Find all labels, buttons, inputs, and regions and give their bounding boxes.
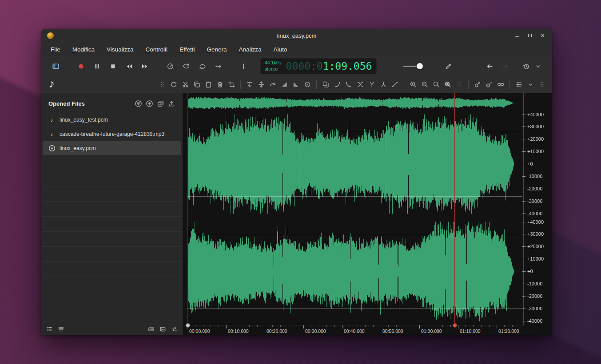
toggle-sidebar-button[interactable]: [50, 60, 61, 72]
thumbnail-view-icon: [159, 326, 166, 332]
scale-label: +0: [527, 161, 533, 166]
fade-out-button[interactable]: [290, 79, 302, 90]
sidebar-footer: [41, 323, 183, 335]
loop-playback-button[interactable]: [180, 60, 192, 72]
ungroup-selection-icon: [486, 81, 493, 88]
minimize-button[interactable]: [512, 31, 522, 40]
scale-label: -40000: [527, 318, 542, 324]
curve-attack-button[interactable]: [331, 79, 343, 90]
copy-to-new-button[interactable]: [320, 79, 331, 90]
add-file-button[interactable]: [144, 98, 155, 109]
dc-offset-button[interactable]: [255, 79, 267, 90]
invert-button[interactable]: [267, 79, 279, 90]
file-info-button[interactable]: [238, 60, 249, 72]
zoom-out-button[interactable]: [419, 79, 430, 90]
split-channels-button[interactable]: [366, 79, 378, 90]
draw-line-button[interactable]: [389, 79, 401, 90]
curve-release-button[interactable]: [343, 79, 354, 90]
zoom-vertical-button[interactable]: [454, 79, 465, 90]
sidebar-title: Opened Files: [48, 100, 133, 107]
waveform-canvas[interactable]: [183, 93, 524, 325]
menu-modifica[interactable]: Modifica: [72, 46, 95, 53]
navigate-back-button[interactable]: [484, 60, 495, 72]
mini-keyboard-button[interactable]: [148, 326, 155, 332]
cut-button[interactable]: [179, 79, 191, 90]
rewind-button[interactable]: [123, 60, 135, 72]
menu-file[interactable]: File: [51, 46, 60, 53]
trim-button[interactable]: [226, 79, 237, 90]
titlebar[interactable]: linux_easy.pcm: [41, 29, 552, 42]
group-selection-button[interactable]: [472, 79, 483, 90]
redo-button[interactable]: [168, 79, 179, 90]
curve-release-icon: [345, 81, 353, 88]
swap-files-icon: [171, 326, 178, 332]
merge-channels-button[interactable]: [378, 79, 389, 90]
delete-button[interactable]: [214, 79, 226, 90]
loop-selection-button[interactable]: [196, 60, 208, 72]
time-ruler[interactable]: 00:00.00000:10.00000:20.00000:30.00000:4…: [183, 325, 524, 335]
ruler-label: 00:40.000: [344, 328, 365, 334]
volume-slider[interactable]: [403, 60, 423, 72]
link-channels-icon: [497, 81, 505, 88]
fast-forward-button[interactable]: [139, 60, 151, 72]
file-row[interactable]: linux_easy.pcm: [43, 141, 181, 155]
zoom-in-button[interactable]: [407, 79, 419, 90]
draw-mode-button[interactable]: [442, 60, 454, 72]
amplitude-scale: +40000+30000+20000+10000+0-10000-20000-3…: [523, 93, 552, 325]
menu-effetti[interactable]: Effetti: [179, 46, 195, 53]
menu-aiuto[interactable]: Aiuto: [274, 46, 287, 53]
menu-genera[interactable]: Genera: [207, 46, 227, 53]
filter-files-button[interactable]: [133, 98, 144, 109]
music-note-icon: ♪: [48, 131, 56, 138]
waveform-area[interactable]: [183, 93, 524, 325]
menu-controlli[interactable]: Controlli: [146, 46, 168, 53]
reverse-button[interactable]: [302, 79, 313, 90]
levels-menu-button[interactable]: [513, 79, 525, 90]
file-row[interactable]: ♪cascade-breathe-future-garage-412839.mp…: [43, 127, 181, 141]
selection-start-marker[interactable]: [186, 323, 190, 328]
zoom-selection-button[interactable]: [442, 79, 454, 90]
play-follow-button[interactable]: [212, 60, 224, 72]
link-channels-button[interactable]: [495, 79, 506, 90]
normalize-button[interactable]: [244, 79, 255, 90]
menu-analizza[interactable]: Analizza: [239, 46, 261, 53]
volume-knob[interactable]: [417, 63, 423, 69]
record-button[interactable]: [75, 60, 87, 72]
ungroup-selection-button[interactable]: [483, 79, 495, 90]
navigate-forward-button[interactable]: [499, 60, 511, 72]
redo-icon: [170, 81, 178, 88]
duplicate-file-button[interactable]: [155, 98, 166, 109]
zoom-out-icon: [421, 81, 429, 88]
swap-files-button[interactable]: [171, 326, 178, 332]
ruler-label: 00:50.000: [382, 328, 403, 334]
playback-speed-button[interactable]: [164, 60, 176, 72]
maximize-button[interactable]: [525, 31, 535, 40]
scale-label: +20000: [527, 136, 544, 142]
view-details-button[interactable]: [46, 326, 53, 332]
playhead-cursor[interactable]: [454, 93, 455, 325]
file-row[interactable]: ♪linux_easy_test.pcm: [43, 113, 181, 127]
playhead-marker[interactable]: [453, 323, 457, 328]
history-button[interactable]: [520, 60, 532, 72]
paste-button[interactable]: [203, 79, 214, 90]
stop-button[interactable]: [107, 60, 119, 72]
edit-toolbar: ♪: [41, 76, 552, 93]
levels-menu-icon: [515, 81, 523, 88]
crossfade-button[interactable]: [354, 79, 366, 90]
levels-caret-button[interactable]: [525, 79, 536, 90]
export-file-button[interactable]: [166, 98, 177, 109]
ruler-minor-tick: [388, 325, 389, 327]
menu-visualizza[interactable]: Visualizza: [107, 46, 134, 53]
zoom-full-button[interactable]: [430, 79, 442, 90]
paste-icon: [205, 81, 212, 88]
view-compact-button[interactable]: [58, 326, 64, 332]
fade-in-button[interactable]: [279, 79, 290, 90]
thumbnail-view-button[interactable]: [159, 326, 166, 332]
close-button[interactable]: [538, 31, 548, 40]
pause-button[interactable]: [91, 60, 103, 72]
edit-toolbar-icons: [156, 79, 548, 90]
copy-button[interactable]: [191, 79, 203, 90]
ruler-minor-tick: [288, 325, 288, 327]
zoom-vertical-icon: [456, 81, 463, 88]
history-caret-button[interactable]: [532, 60, 544, 72]
